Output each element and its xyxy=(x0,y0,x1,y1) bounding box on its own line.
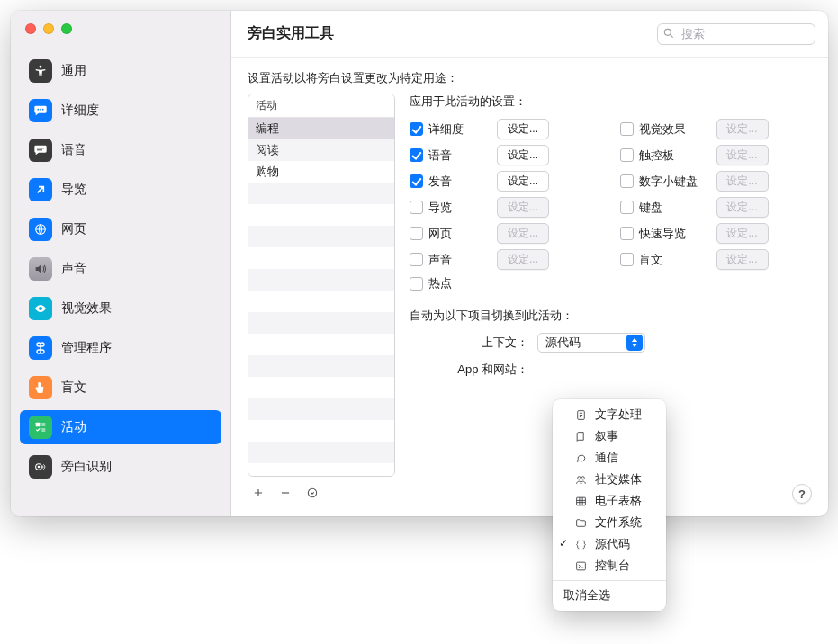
checkmark-icon: ✓ xyxy=(559,537,568,550)
checkbox[interactable] xyxy=(410,122,423,136)
option-label: 视觉效果 xyxy=(639,121,711,138)
svg-rect-5 xyxy=(37,149,42,150)
option-navigation: 导览 设定... xyxy=(410,197,602,218)
checkbox[interactable] xyxy=(620,122,634,136)
dropdown-item[interactable]: 文字处理 xyxy=(553,404,666,425)
sidebar-item-label: 盲文 xyxy=(61,380,86,396)
svg-point-7 xyxy=(39,307,42,310)
dropdown-item[interactable]: 叙事 xyxy=(553,425,666,447)
app-label: App 和网站： xyxy=(410,362,528,378)
titlebar: 旁白实用工具 xyxy=(231,11,828,58)
menu-separator xyxy=(553,580,666,581)
checkbox[interactable] xyxy=(410,277,423,291)
updown-arrows-icon xyxy=(626,335,643,351)
sidebar-item-label: 旁白识别 xyxy=(61,459,112,475)
arrow-northeast-icon xyxy=(29,178,52,201)
main-panel: 旁白实用工具 设置活动以将旁白设置更改为特定用途： 活动 编程 阅读 购物 xyxy=(231,11,828,516)
remove-activity-button[interactable] xyxy=(276,484,294,502)
checkbox[interactable] xyxy=(410,148,423,162)
sidebar-item-navigation[interactable]: 导览 xyxy=(20,173,221,207)
sidebar-item-activities[interactable]: 活动 xyxy=(20,410,221,444)
dropdown-item[interactable]: 文件系统 xyxy=(553,512,666,533)
svg-point-1 xyxy=(37,109,39,111)
option-label: 导览 xyxy=(428,200,491,216)
sidebar-item-vo-recognition[interactable]: 旁白识别 xyxy=(20,450,221,484)
sidebar-item-label: 导览 xyxy=(61,182,86,198)
list-actions xyxy=(248,477,395,502)
sidebar-list: 通用 详细度 语音 导览 网页 声音 xyxy=(11,45,230,495)
set-button[interactable]: 设定... xyxy=(497,119,549,139)
minimize-window-button[interactable] xyxy=(43,23,54,34)
sidebar-item-speech[interactable]: 语音 xyxy=(20,133,221,167)
speech-bubble-icon xyxy=(29,99,52,122)
sidebar-item-braille[interactable]: 盲文 xyxy=(20,371,221,405)
sidebar-item-general[interactable]: 通用 xyxy=(20,54,221,88)
activity-row[interactable]: 购物 xyxy=(248,161,394,183)
sidebar-item-commanders[interactable]: 管理程序 xyxy=(20,331,221,365)
checkbox[interactable] xyxy=(620,174,634,188)
speaker-icon xyxy=(29,257,52,281)
svg-point-10 xyxy=(38,466,41,469)
auto-switch-header: 自动为以下项目切换到此活动： xyxy=(410,308,812,324)
checkbox[interactable] xyxy=(410,201,423,214)
checkbox[interactable] xyxy=(620,201,634,214)
checkbox[interactable] xyxy=(410,227,423,240)
context-popup[interactable]: 源代码 xyxy=(537,333,645,353)
help-button[interactable]: ? xyxy=(792,484,812,504)
option-web: 网页 设定... xyxy=(410,223,602,244)
window-controls xyxy=(11,11,230,45)
people-icon xyxy=(574,474,588,486)
table-grid-icon xyxy=(574,496,588,507)
option-quicknav: 快速导览 设定... xyxy=(620,223,813,244)
dropdown-item[interactable]: ✓ 源代码 xyxy=(553,533,666,555)
option-label: 快速导览 xyxy=(639,226,711,242)
svg-rect-16 xyxy=(577,497,586,505)
set-button[interactable]: 设定... xyxy=(497,171,549,192)
close-window-button[interactable] xyxy=(25,23,36,34)
app-picker-placeholder[interactable] xyxy=(537,360,812,380)
checkbox[interactable] xyxy=(410,174,423,188)
sidebar-item-label: 声音 xyxy=(61,261,86,277)
dropdown-deselect-all[interactable]: 取消全选 xyxy=(553,585,666,606)
set-button: 设定... xyxy=(716,145,769,165)
dropdown-item-label: 源代码 xyxy=(595,536,630,552)
context-value: 源代码 xyxy=(538,335,626,351)
dropdown-item[interactable]: 通信 xyxy=(553,447,666,469)
checkbox[interactable] xyxy=(620,227,634,240)
dropdown-item[interactable]: 社交媒体 xyxy=(553,469,666,490)
sidebar-item-sound[interactable]: 声音 xyxy=(20,252,221,286)
checkbox[interactable] xyxy=(620,148,634,162)
context-dropdown-menu: 文字处理 叙事 通信 社交媒体 电子表格 文件系统 ✓ 源代码 控制台 取消全选 xyxy=(553,399,666,611)
add-activity-button[interactable] xyxy=(249,484,267,502)
sidebar-item-web[interactable]: 网页 xyxy=(20,212,221,246)
dropdown-item[interactable]: 控制台 xyxy=(553,555,666,577)
window-title: 旁白实用工具 xyxy=(248,24,646,43)
checkbox[interactable] xyxy=(410,253,423,266)
content: 设置活动以将旁白设置更改为特定用途： 活动 编程 阅读 购物 xyxy=(231,58,828,516)
speech-lines-icon xyxy=(29,139,52,162)
dropdown-item-label: 通信 xyxy=(595,450,618,466)
activities-listbox[interactable]: 活动 编程 阅读 购物 xyxy=(248,94,395,477)
set-button[interactable]: 设定... xyxy=(497,145,549,165)
search-icon xyxy=(662,27,675,43)
search-input[interactable] xyxy=(657,23,815,45)
dropdown-item[interactable]: 电子表格 xyxy=(553,490,666,512)
zoom-window-button[interactable] xyxy=(61,23,72,34)
search-field[interactable] xyxy=(657,23,815,45)
option-hotspot: 热点 xyxy=(410,275,602,291)
sidebar-item-label: 通用 xyxy=(61,63,86,79)
sidebar-item-label: 网页 xyxy=(61,221,86,237)
option-sound: 声音 设定... xyxy=(410,249,602,270)
activity-options-button[interactable] xyxy=(303,484,321,502)
accessibility-icon xyxy=(29,59,52,83)
sidebar-item-visuals[interactable]: 视觉效果 xyxy=(20,291,221,326)
activity-row[interactable]: 阅读 xyxy=(248,139,394,161)
auto-switch-section: 自动为以下项目切换到此活动： 上下文： 源代码 xyxy=(410,308,812,380)
command-icon xyxy=(29,336,52,360)
activity-row[interactable]: 编程 xyxy=(248,118,394,139)
option-trackpad: 触控板 设定... xyxy=(620,145,813,165)
sidebar-item-verbosity[interactable]: 详细度 xyxy=(20,94,221,128)
chat-bubble-icon xyxy=(574,452,588,464)
option-label: 数字小键盘 xyxy=(639,174,711,190)
checkbox[interactable] xyxy=(620,253,634,266)
